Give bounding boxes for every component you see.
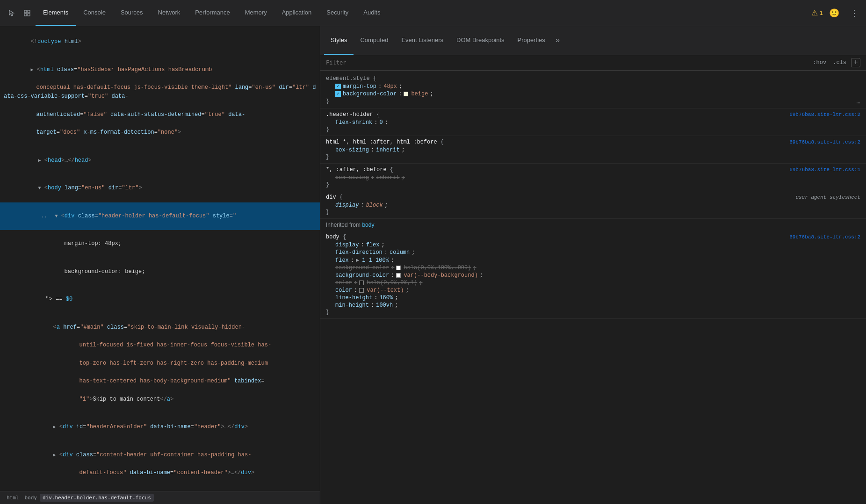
flex-name[interactable]: flex	[335, 257, 349, 264]
bg-color-name[interactable]: background-color	[343, 91, 397, 97]
margin-top-name[interactable]: margin-top	[343, 83, 376, 90]
min-height-name[interactable]: min-height	[335, 302, 369, 309]
breadcrumb-body[interactable]: body	[22, 494, 40, 502]
color-var-name[interactable]: color	[335, 287, 352, 294]
element-style-dots[interactable]: …	[857, 98, 860, 105]
right-tab-more[interactable]: »	[552, 36, 564, 45]
flex-shrink-value[interactable]: 0	[379, 119, 382, 126]
display-flex-name[interactable]: display	[335, 242, 359, 248]
tab-computed[interactable]: Computed	[354, 26, 395, 55]
bg-color-style-line[interactable]: background-color: beige;	[0, 258, 320, 286]
margin-top-checkbox[interactable]	[335, 84, 341, 89]
bg-color-var-value[interactable]: var(--body-background)	[404, 272, 477, 279]
svg-rect-1	[28, 10, 30, 13]
color-strike-swatch[interactable]	[359, 281, 364, 285]
inherited-from-element[interactable]: body	[362, 222, 374, 228]
body-open-line[interactable]: ▼ <body lang="en-us" dir="ltr">	[0, 174, 320, 202]
before-after-source[interactable]: 69b76ba8.site-ltr.css:1	[789, 167, 860, 173]
header-area-holder-line[interactable]: ▶ <div id="headerAreaHolder" data-bi-nam…	[0, 413, 320, 441]
color-strike-value[interactable]: hsla(0,0%,9%,1)	[367, 280, 417, 286]
tab-security[interactable]: Security	[319, 0, 356, 26]
div-close-attr-line[interactable]: "> == $0	[0, 286, 320, 314]
html-tag-line[interactable]: ▶ <html class="hasSidebar hasPageActions…	[0, 56, 320, 147]
bg-color-strike-value[interactable]: hsla(0,0%,100%,.999)	[404, 265, 471, 271]
styles-panel: Styles Computed Event Listeners DOM Brea…	[320, 26, 866, 504]
tab-performance[interactable]: Performance	[188, 0, 237, 26]
tab-event-listeners[interactable]: Event Listeners	[395, 26, 450, 55]
display-value[interactable]: block	[366, 202, 383, 209]
tab-sources[interactable]: Sources	[113, 0, 151, 26]
color-var-swatch[interactable]	[359, 288, 364, 293]
flex-direction-name[interactable]: flex-direction	[335, 249, 382, 256]
tab-audits[interactable]: Audits	[356, 0, 388, 26]
elements-tree[interactable]: <!doctype html> ▶ <html class="hasSideba…	[0, 26, 320, 491]
box-sizing-strike-value[interactable]: inherit	[376, 174, 399, 181]
header-holder-selector: .header-holder {	[326, 111, 380, 118]
body-rule: body { 69b76ba8.site-ltr.css:2 display :…	[320, 231, 866, 319]
tab-memory[interactable]: Memory	[238, 0, 274, 26]
flex-shrink-name[interactable]: flex-shrink	[335, 119, 372, 126]
cursor-icon[interactable]	[4, 6, 19, 21]
bg-color-value[interactable]: beige	[411, 91, 428, 97]
box-sizing-strike-prop: box-sizing : inherit ;	[335, 174, 860, 181]
tab-properties[interactable]: Properties	[511, 26, 552, 55]
doctype-line[interactable]: <!doctype html>	[0, 28, 320, 56]
html-all-header: html *, html :after, html :before { 69b7…	[326, 139, 860, 145]
color-var-value[interactable]: var(--text)	[367, 287, 404, 294]
line-height-name[interactable]: line-height	[335, 295, 372, 301]
box-sizing-name[interactable]: box-sizing	[335, 147, 369, 153]
inspect-icon[interactable]	[20, 6, 35, 21]
flex-triangle[interactable]: ▶	[356, 257, 359, 264]
flex-direction-value[interactable]: column	[390, 249, 410, 256]
div-header-holder-line[interactable]: .. ▼ <div class="header-holder has-defau…	[0, 202, 320, 230]
box-sizing-value[interactable]: inherit	[376, 147, 399, 153]
bg-color-strike-name[interactable]: background-color	[335, 265, 389, 271]
header-holder-source[interactable]: 69b76ba8.site-ltr.css:2	[789, 112, 860, 117]
min-height-value[interactable]: 100vh	[376, 302, 393, 309]
emoji-icon[interactable]: 🙂	[827, 6, 842, 21]
tab-network[interactable]: Network	[151, 0, 188, 26]
bg-strike-swatch[interactable]	[396, 266, 401, 270]
breadcrumb-div[interactable]: div.header-holder.has-default-focus	[40, 494, 154, 502]
tab-styles[interactable]: Styles	[324, 26, 354, 55]
bg-color-checkbox[interactable]	[335, 91, 341, 97]
html-all-selector: html *, html :after, html :before {	[326, 139, 444, 145]
bg-color-var-name[interactable]: background-color	[335, 272, 389, 279]
warning-badge[interactable]: ⚠ 1	[811, 8, 823, 17]
more-options-btn[interactable]: ⋮	[846, 6, 862, 20]
banner-holder-line[interactable]: <div id="banner-holder" class="has-defau…	[0, 487, 320, 491]
flex-shrink-prop: flex-shrink : 0 ;	[335, 119, 860, 126]
top-tabs-right: ⚠ 1 🙂 ⋮	[811, 6, 862, 21]
breadcrumb-html[interactable]: html	[4, 494, 22, 502]
tab-elements[interactable]: Elements	[36, 0, 76, 26]
line-height-value[interactable]: 160%	[379, 295, 393, 301]
color-strike-name[interactable]: color	[335, 280, 352, 286]
display-flex-value[interactable]: flex	[366, 242, 380, 248]
flex-value[interactable]: 1 1 100%	[362, 257, 389, 264]
filter-bar: :hov .cls +	[320, 55, 866, 71]
tab-application[interactable]: Application	[274, 0, 319, 26]
flex-direction-prop: flex-direction : column ;	[335, 249, 860, 256]
margin-top-value[interactable]: 48px	[383, 83, 397, 90]
hov-button[interactable]: :hov	[811, 58, 828, 67]
add-style-button[interactable]: +	[851, 58, 860, 67]
body-source[interactable]: 69b76ba8.site-ltr.css:2	[789, 234, 860, 240]
bg-var-swatch[interactable]	[396, 273, 401, 278]
skip-link-line[interactable]: <a href="#main" class="skip-to-main-link…	[0, 314, 320, 413]
head-line[interactable]: ▶ <head>…</head>	[0, 146, 320, 174]
div-selector: div {	[326, 194, 343, 201]
margin-top-style-line[interactable]: margin-top: 48px;	[0, 230, 320, 258]
body-rule-body: display : flex ; flex-direction : column…	[326, 241, 860, 309]
filter-right: :hov .cls +	[811, 58, 860, 67]
tab-dom-breakpoints[interactable]: DOM Breakpoints	[450, 26, 511, 55]
cls-button[interactable]: .cls	[831, 58, 848, 67]
html-all-source[interactable]: 69b76ba8.site-ltr.css:2	[789, 139, 860, 145]
bg-color-swatch[interactable]	[404, 92, 408, 96]
filter-input[interactable]	[326, 59, 807, 66]
element-style-rule: element.style { margin-top : 48px ; back…	[320, 72, 866, 108]
tab-console[interactable]: Console	[76, 0, 113, 26]
main-layout: <!doctype html> ▶ <html class="hasSideba…	[0, 26, 866, 504]
display-name[interactable]: display	[335, 202, 359, 209]
content-header-line[interactable]: ▶ <div class="content-header uhf-contain…	[0, 441, 320, 487]
box-sizing-strike-name[interactable]: box-sizing	[335, 174, 369, 181]
